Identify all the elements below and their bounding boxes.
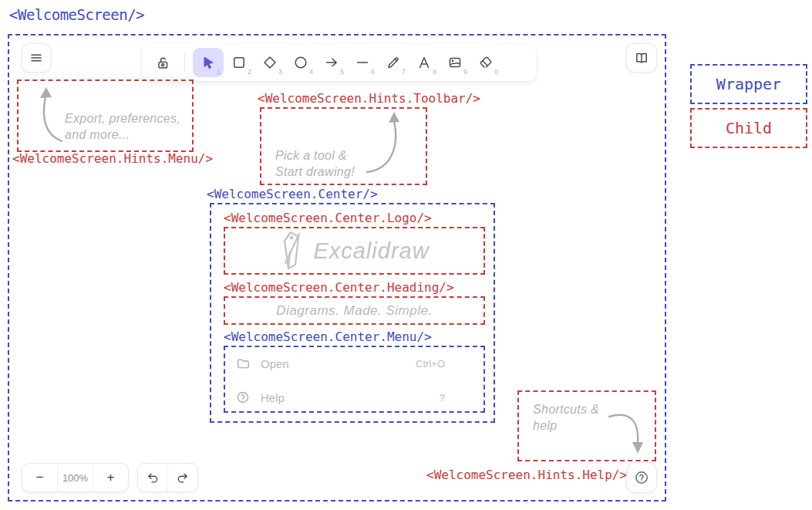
center-menu-label: <WelcomeScreen.Center.Menu/>: [224, 329, 432, 344]
zoom-out-button[interactable]: −: [22, 464, 57, 491]
book-icon: [634, 50, 649, 66]
text-icon: [416, 55, 432, 70]
eraser-tool-button[interactable]: 0: [470, 48, 501, 77]
help-button[interactable]: [626, 462, 657, 493]
hints-menu-label: <WelcomeScreen.Hints.Menu/>: [12, 151, 213, 166]
tool-shortcut: 8: [433, 68, 436, 76]
ellipse-icon: [293, 55, 308, 70]
hint-help-arrow-icon: [607, 409, 652, 457]
welcome-screen-label: <WelcomeScreen/>: [9, 6, 144, 23]
hint-menu-box: Export, preferences, and more...: [17, 79, 194, 152]
center-heading-text: Diagrams. Made. Simple.: [225, 298, 483, 323]
center-label: <WelcomeScreen.Center/>: [207, 187, 378, 201]
toolbar-divider: [184, 53, 185, 72]
hint-help-text: Shortcuts & help: [533, 401, 599, 434]
tool-shortcut: 0: [494, 68, 498, 76]
hint-menu-text: Export, preferences, and more...: [65, 110, 180, 143]
help-circle-icon: [236, 390, 250, 404]
excalidraw-logo-text: Excalidraw: [313, 238, 429, 264]
image-icon: [447, 55, 463, 70]
diamond-icon: [262, 55, 278, 70]
center-logo-label: <WelcomeScreen.Center.Logo/>: [224, 211, 432, 225]
center-box: <WelcomeScreen.Center.Logo/> Excalidraw …: [210, 203, 495, 423]
menu-item-shortcut: Ctrl+O: [416, 358, 445, 370]
zoom-level-value: 100%: [62, 472, 88, 484]
tool-shortcut: 6: [371, 68, 375, 76]
draw-tool-button[interactable]: 7: [378, 48, 409, 77]
undo-button[interactable]: [138, 464, 167, 491]
tool-shortcut: 4: [309, 68, 313, 76]
image-tool-button[interactable]: 9: [440, 48, 470, 77]
library-button[interactable]: [626, 43, 657, 73]
rectangle-tool-button[interactable]: 2: [224, 48, 254, 77]
line-tool-button[interactable]: 6: [347, 48, 378, 77]
zoom-controls: − 100% +: [22, 463, 129, 492]
folder-icon: [236, 356, 250, 370]
lock-tool-button[interactable]: [149, 48, 177, 77]
center-menu-box: Open Ctrl+O Help ?: [224, 346, 485, 413]
plus-icon: +: [107, 470, 115, 485]
ellipse-tool-button[interactable]: 4: [285, 48, 316, 77]
eraser-icon: [478, 55, 494, 70]
arrow-tool-button[interactable]: 5: [316, 48, 347, 77]
tool-shortcut: 9: [463, 68, 467, 76]
welcome-screen-doc-figure: <WelcomeScreen/> 1 2: [0, 0, 812, 510]
hamburger-icon: [29, 50, 44, 66]
undo-redo-controls: [137, 463, 198, 492]
hints-toolbar-label: <WelcomeScreen.Hints.Toolbar/>: [258, 91, 480, 106]
zoom-level-button[interactable]: 100%: [57, 464, 93, 491]
cursor-icon: [200, 55, 216, 70]
center-heading-box: Diagrams. Made. Simple.: [224, 296, 485, 325]
rectangle-icon: [231, 55, 247, 70]
hint-toolbar-text: Pick a tool & Start drawing!: [275, 147, 355, 180]
undo-icon: [146, 471, 160, 485]
zoom-in-button[interactable]: +: [93, 464, 128, 491]
tool-shortcut: 3: [278, 68, 282, 76]
excalidraw-pen-icon: [279, 229, 304, 272]
menu-item-help[interactable]: Help ?: [231, 387, 477, 408]
menu-item-open[interactable]: Open Ctrl+O: [231, 353, 477, 374]
pencil-icon: [386, 55, 401, 70]
text-tool-button[interactable]: 8: [409, 48, 440, 77]
legend-child-box: Child: [690, 108, 807, 148]
redo-icon: [176, 471, 190, 485]
diamond-tool-button[interactable]: 3: [254, 48, 285, 77]
hints-help-label: <WelcomeScreen.Hints.Help/>: [426, 468, 627, 482]
tool-shortcut: 7: [402, 68, 406, 76]
menu-item-label: Open: [261, 357, 289, 370]
legend-wrapper-box: Wrapper: [690, 64, 807, 104]
line-icon: [355, 55, 370, 70]
excalidraw-logo: Excalidraw: [225, 228, 483, 273]
center-heading-label: <WelcomeScreen.Center.Heading/>: [224, 280, 454, 295]
toolbar: 1 2 3 4 5: [143, 44, 536, 81]
center-logo-box: Excalidraw: [224, 227, 485, 275]
minus-icon: −: [36, 470, 44, 485]
tool-shortcut: 2: [248, 68, 251, 76]
legend-wrapper-label: Wrapper: [716, 75, 781, 93]
legend-child-label: Child: [726, 119, 772, 137]
tool-shortcut: 5: [340, 68, 344, 76]
tool-shortcut: 1: [217, 68, 221, 76]
arrow-icon: [324, 55, 339, 70]
hint-help-box: Shortcuts & help: [517, 390, 656, 461]
menu-item-label: Help: [261, 391, 285, 404]
selection-tool-button[interactable]: 1: [193, 48, 224, 77]
question-mark-icon: [634, 470, 649, 485]
hint-toolbar-box: Pick a tool & Start drawing!: [260, 107, 427, 185]
hint-toolbar-arrow-icon: [364, 110, 410, 178]
redo-button[interactable]: [167, 464, 197, 491]
menu-item-shortcut: ?: [440, 392, 445, 404]
main-menu-button[interactable]: [22, 43, 51, 73]
unlock-icon: [155, 55, 170, 70]
